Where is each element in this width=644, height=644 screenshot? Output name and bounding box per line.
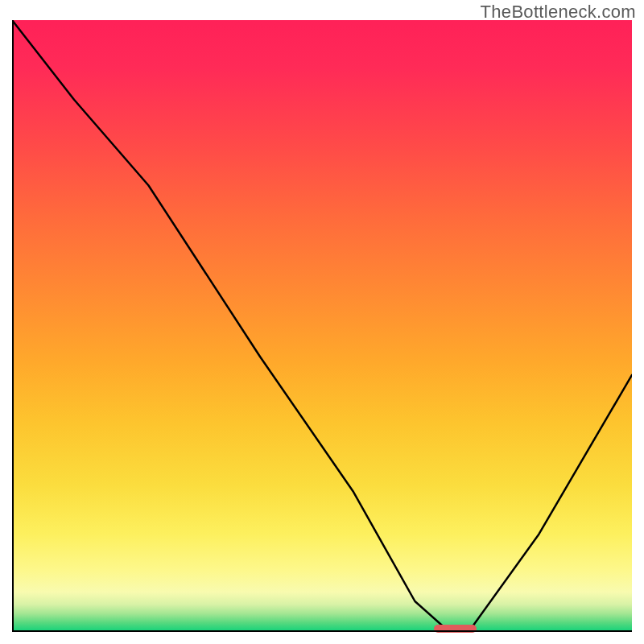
chart-container: TheBottleneck.com [0,0,644,644]
watermark-text: TheBottleneck.com [481,2,636,23]
bottleneck-curve [12,20,632,632]
x-axis [12,630,632,632]
y-axis [12,20,14,632]
